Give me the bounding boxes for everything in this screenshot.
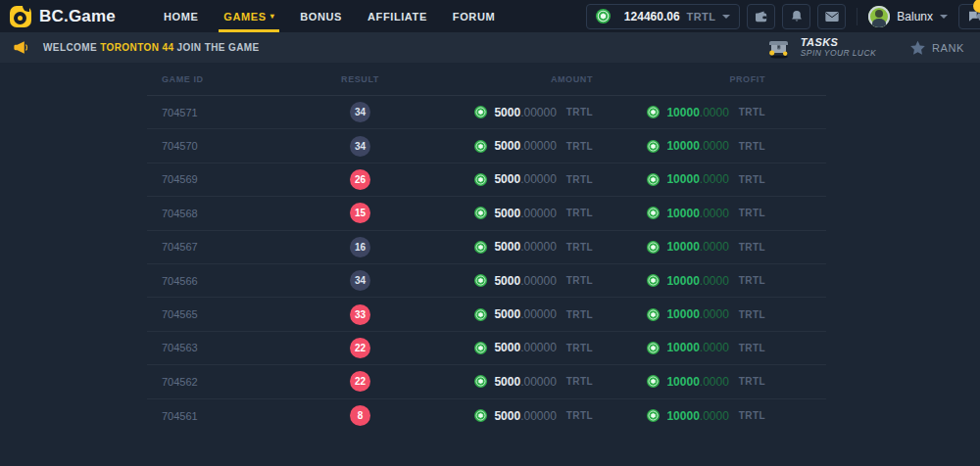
announcement-message[interactable]: WELCOME TORONTON 44 JOIN THE GAME — [43, 42, 260, 53]
currency-label: TRTL — [739, 174, 765, 185]
amount-cell: 5000.00000TRTL — [416, 409, 598, 423]
currency-label: TRTL — [739, 242, 765, 253]
amount-cell: 5000.00000TRTL — [416, 307, 598, 321]
trtl-coin-icon — [474, 274, 487, 287]
bets-table: GAME ID RESULT AMOUNT PROFIT 70457134500… — [147, 63, 826, 433]
result-badge: 33 — [350, 304, 370, 325]
result-badge: 16 — [350, 237, 370, 257]
notifications-button[interactable] — [782, 4, 810, 29]
amount-value: 5000 — [494, 106, 520, 119]
currency-label: TRTL — [566, 343, 593, 353]
header-result: RESULT — [304, 74, 416, 84]
trtl-coin-icon — [647, 173, 660, 186]
currency-label: TRTL — [566, 376, 593, 387]
divider — [857, 8, 858, 25]
amount-value: 5000 — [494, 240, 520, 254]
profit-value: 10000 — [666, 375, 699, 389]
profit-value: 10000 — [666, 106, 699, 119]
currency-label: TRTL — [739, 275, 765, 286]
amount-decimals: .00000 — [520, 240, 557, 254]
nav-item-home[interactable]: HOME — [151, 0, 211, 32]
result-cell: 15 — [304, 203, 416, 223]
chat-button[interactable] — [958, 4, 980, 29]
profit-decimals: .0000 — [700, 207, 729, 220]
main-nav: HOME GAMES▾ BONUS AFFILIATE FORUM — [151, 0, 508, 32]
trtl-coin-icon — [474, 308, 487, 321]
star-icon — [909, 40, 926, 56]
amount-cell: 5000.00000TRTL — [416, 172, 598, 186]
profit-decimals: .0000 — [700, 274, 729, 288]
profit-cell: 10000.0000TRTL — [598, 139, 826, 153]
wallet-icon — [755, 11, 768, 23]
announcement-right: TASKS SPIN YOUR LUCK RANK — [766, 36, 964, 58]
nav-item-games[interactable]: GAMES▾ — [211, 0, 287, 32]
chevron-down-icon — [940, 15, 948, 19]
result-cell: 22 — [304, 338, 416, 358]
amount-decimals: .00000 — [520, 375, 557, 389]
wallet-button[interactable] — [747, 4, 775, 29]
currency-label: TRTL — [566, 107, 593, 117]
game-id-cell[interactable]: 704563 — [147, 342, 304, 353]
amount-value: 5000 — [494, 341, 520, 354]
nav-item-bonus[interactable]: BONUS — [287, 0, 355, 32]
balance-selector[interactable]: 124460.06 TRTL — [586, 4, 740, 29]
profit-value: 10000 — [666, 274, 699, 288]
result-badge: 34 — [350, 270, 370, 291]
currency-label: TRTL — [739, 309, 765, 320]
header-profit: PROFIT — [598, 74, 826, 84]
currency-label: TRTL — [566, 309, 593, 320]
game-id-cell[interactable]: 704571 — [147, 107, 304, 118]
trtl-coin-icon — [647, 375, 660, 388]
currency-label: TRTL — [566, 141, 593, 152]
amount-decimals: .00000 — [520, 307, 557, 321]
currency-label: TRTL — [739, 376, 765, 387]
table-row: 704571345000.00000TRTL10000.0000TRTL — [147, 96, 826, 129]
brand-logo[interactable]: BC.Game — [10, 6, 116, 27]
amount-cell: 5000.00000TRTL — [416, 375, 598, 389]
game-id-cell[interactable]: 704562 — [147, 376, 304, 388]
result-cell: 34 — [304, 136, 416, 157]
table-row: 704565335000.00000TRTL10000.0000TRTL — [147, 298, 826, 331]
user-menu[interactable]: Balunx — [868, 6, 948, 27]
treasure-chest-icon — [766, 37, 792, 59]
chevron-down-icon: ▾ — [270, 12, 275, 21]
result-badge: 26 — [350, 169, 370, 190]
result-badge: 22 — [350, 371, 370, 392]
profit-decimals: .0000 — [700, 172, 729, 186]
tasks-widget[interactable]: TASKS SPIN YOUR LUCK — [766, 36, 876, 58]
trtl-coin-icon — [647, 274, 660, 287]
currency-label: TRTL — [566, 275, 593, 286]
nav-item-forum[interactable]: FORUM — [440, 0, 508, 32]
currency-label: TRTL — [566, 174, 593, 185]
profit-decimals: .0000 — [700, 139, 729, 153]
game-id-cell[interactable]: 704569 — [147, 173, 304, 185]
tasks-subtitle: SPIN YOUR LUCK — [801, 49, 876, 59]
game-id-cell[interactable]: 704565 — [147, 308, 304, 320]
amount-cell: 5000.00000TRTL — [416, 274, 598, 288]
trtl-coin-icon — [647, 308, 660, 321]
nav-item-affiliate[interactable]: AFFILIATE — [355, 0, 440, 32]
game-id-cell[interactable]: 704567 — [147, 241, 304, 253]
top-navbar: BC.Game HOME GAMES▾ BONUS AFFILIATE FORU… — [0, 0, 980, 32]
chat-notification-badge — [973, 0, 980, 13]
game-id-cell[interactable]: 704568 — [147, 208, 304, 219]
profit-cell: 10000.0000TRTL — [598, 409, 826, 423]
amount-value: 5000 — [494, 307, 520, 321]
profit-cell: 10000.0000TRTL — [598, 172, 826, 186]
balance-currency: TRTL — [687, 11, 716, 23]
game-id-cell[interactable]: 704566 — [147, 275, 304, 287]
amount-decimals: .00000 — [520, 139, 557, 153]
rank-widget[interactable]: RANK — [909, 40, 964, 56]
trtl-coin-icon — [647, 241, 660, 254]
messages-button[interactable] — [817, 4, 846, 29]
navbar-right: 124460.06 TRTL Balunx — [586, 4, 980, 29]
trtl-coin-icon — [474, 409, 487, 422]
currency-label: TRTL — [566, 410, 593, 421]
header-amount: AMOUNT — [416, 74, 598, 84]
megaphone-icon — [14, 40, 31, 55]
game-id-cell[interactable]: 704570 — [147, 140, 304, 152]
table-row: 704567165000.00000TRTL10000.0000TRTL — [147, 231, 826, 264]
trtl-coin-icon — [474, 342, 487, 354]
game-id-cell[interactable]: 704561 — [147, 410, 304, 422]
profit-value: 10000 — [666, 409, 699, 423]
